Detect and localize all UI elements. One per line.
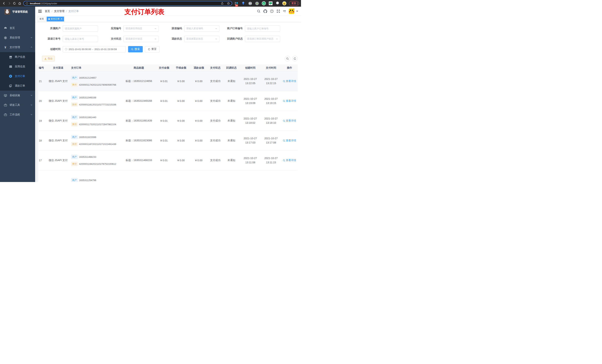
tab-pay-order[interactable]: 支付订单✕ <box>47 17 64 21</box>
app-select[interactable]: 请选择应用信息 <box>123 25 159 32</box>
create-time-range-picker[interactable]: 2021-10-01 00:00:00 - 2021-10-31 23:59:5… <box>63 46 126 52</box>
filter-label: 回调商户状态 <box>224 37 245 41</box>
view-detail-link[interactable]: 查看详情 <box>283 80 296 83</box>
tab-home[interactable]: 首页 <box>38 17 45 21</box>
view-detail-link[interactable]: 查看详情 <box>283 99 296 103</box>
notify-status-select[interactable]: 请选择订单回调商户状态 <box>245 36 280 42</box>
cell-create-time: 13:18:02 <box>245 121 256 124</box>
cell-id: 20 <box>39 91 46 111</box>
col-status: 支付状态 <box>208 64 223 71</box>
sidebar-item-label: 应用信息 <box>15 65 32 68</box>
app-shell: 芋道管理系统 首页 系统管理 ¥ 支付管理 商户信息 <box>0 7 301 182</box>
address-bar[interactable]: localhost:1024/pay/order <box>23 1 232 6</box>
pay-tag: 支付 <box>71 83 78 87</box>
browser-update-button[interactable]: 更新 <box>289 1 299 6</box>
merchant-order-no-input[interactable] <box>245 25 280 32</box>
owner-input[interactable] <box>63 25 98 32</box>
extension-gem-icon[interactable] <box>241 1 245 5</box>
channel-order-no-input[interactable] <box>63 36 98 42</box>
sidebar-item-pay-order[interactable]: ¥ 支付订单 <box>0 71 35 81</box>
refresh-table-button[interactable] <box>292 56 298 62</box>
merchant-order-no: 1635311823086 <box>79 136 96 138</box>
col-notify: 回调状态 <box>223 64 240 71</box>
search-button[interactable]: 搜索 <box>128 46 143 52</box>
browser-back-button[interactable] <box>1 1 7 6</box>
toggle-search-button[interactable] <box>285 56 290 62</box>
filter-label: 退款状态 <box>163 37 184 41</box>
browser-reload-button[interactable] <box>12 1 17 6</box>
cell-status: 支付成功 <box>208 151 223 170</box>
cell-refund: ¥ 0.00 <box>190 71 208 91</box>
extension-devtools-icon[interactable]: 10 <box>234 1 238 5</box>
sidebar-item-system[interactable]: 系统管理 <box>0 33 35 42</box>
export-button[interactable]: 导出 <box>42 56 55 62</box>
refund-status-select[interactable]: 请选择退款状态 <box>184 36 219 42</box>
extension-y-icon[interactable]: y <box>262 1 266 5</box>
browser-home-button[interactable] <box>17 1 22 6</box>
extension-command-icon[interactable] <box>248 1 252 5</box>
pay-submenu: 商户信息 应用信息 ¥ 支付订单 退款订单 <box>0 52 35 91</box>
breadcrumb-home[interactable]: 首页 <box>45 10 50 13</box>
sidebar-collapse-button[interactable] <box>38 10 42 13</box>
sidebar-item-home[interactable]: 首页 <box>0 23 35 33</box>
col-pay-time: 支付时间 <box>261 64 281 71</box>
fullscreen-button[interactable] <box>277 10 280 13</box>
browser-forward-button[interactable] <box>7 1 12 6</box>
sidebar: 芋道管理系统 首页 系统管理 ¥ 支付管理 商户信息 <box>0 7 35 182</box>
table-row: 商户1635311254796 <box>39 170 298 182</box>
export-button-label: 导出 <box>48 57 53 60</box>
col-pay-order: 支付订单 <box>70 64 122 71</box>
breadcrumb-section[interactable]: 支付管理 <box>54 10 64 13</box>
sidebar-item-merchant-info[interactable]: 商户信息 <box>0 52 35 62</box>
sidebar-item-refund-order[interactable]: 退款订单 <box>0 81 35 91</box>
sidebar-item-workflow[interactable]: 工作流程 <box>0 110 35 119</box>
filter-label: 支付状态 <box>103 37 123 41</box>
cell-refund: ¥ 0.00 <box>190 91 208 111</box>
merchant-tag: 商户 <box>71 95 78 100</box>
hamburger-fold-icon <box>38 10 42 13</box>
close-tab-icon[interactable]: ✕ <box>61 18 62 20</box>
extensions-puzzle-icon[interactable] <box>275 1 280 5</box>
browser-menu-icon[interactable] <box>297 2 298 5</box>
browser-profile-avatar[interactable] <box>282 1 286 5</box>
cell-status: 支付成功 <box>208 131 223 150</box>
forward-icon <box>8 2 11 5</box>
sidebar-item-dev-tools[interactable]: 研发工具 <box>0 100 35 110</box>
y-circle-icon: y <box>262 1 266 5</box>
sidebar-logo[interactable]: 芋道管理系统 <box>0 7 35 17</box>
avatar-dropdown-caret[interactable] <box>296 11 298 12</box>
filter-app: 应用编号 请选择应用信息 <box>103 25 159 32</box>
sidebar-item-label: 系统管理 <box>10 36 30 39</box>
view-detail-link[interactable]: 查看详情 <box>283 119 296 123</box>
sidebar-item-pay[interactable]: ¥ 支付管理 <box>0 42 35 52</box>
table-toolbar: 导出 <box>39 56 298 62</box>
share-icon[interactable] <box>221 2 224 5</box>
cell-pay-time: 13:18:10 <box>266 121 276 124</box>
view-detail-link[interactable]: 查看详情 <box>283 139 296 142</box>
pay-order-no: 4200001194202110276752100612 <box>79 163 116 165</box>
extension-chat-icon[interactable] <box>269 1 273 5</box>
reset-button[interactable]: 重置 <box>145 46 160 52</box>
sidebar-item-app-info[interactable]: 应用信息 <box>0 62 35 71</box>
site-info-icon[interactable] <box>26 2 28 5</box>
view-detail-link[interactable]: 查看详情 <box>283 159 296 162</box>
github-link[interactable] <box>263 10 267 13</box>
channel-code-select[interactable]: 请输入渠道编码 <box>184 25 219 32</box>
cell-fee: ¥ 0.00 <box>172 131 190 150</box>
cell-fee: ¥ 0.00 <box>172 71 190 91</box>
pay-status-select[interactable]: 请选择支付状态 <box>123 36 159 42</box>
col-create-time: 创建时间 <box>240 64 261 71</box>
bookmark-star-icon[interactable] <box>227 2 230 5</box>
cell-pay-time: 13:17:08 <box>266 141 276 144</box>
header-search-button[interactable] <box>257 10 260 13</box>
font-size-button[interactable]: TT <box>283 10 286 13</box>
filter-create-time: 创建时间 2021-10-01 00:00:00 - 2021-10-31 23… <box>42 46 126 52</box>
dashboard-icon <box>4 27 7 30</box>
user-avatar[interactable] <box>289 9 294 14</box>
search-icon <box>286 57 289 60</box>
cell-amount: ¥ 0.01 <box>156 111 172 131</box>
extension-recorder-icon[interactable] <box>255 1 259 5</box>
sidebar-item-infrastructure[interactable]: 基础设施 <box>0 91 35 100</box>
help-button[interactable]: ? <box>270 10 274 13</box>
filter-label: 商户订单编号 <box>224 27 245 30</box>
